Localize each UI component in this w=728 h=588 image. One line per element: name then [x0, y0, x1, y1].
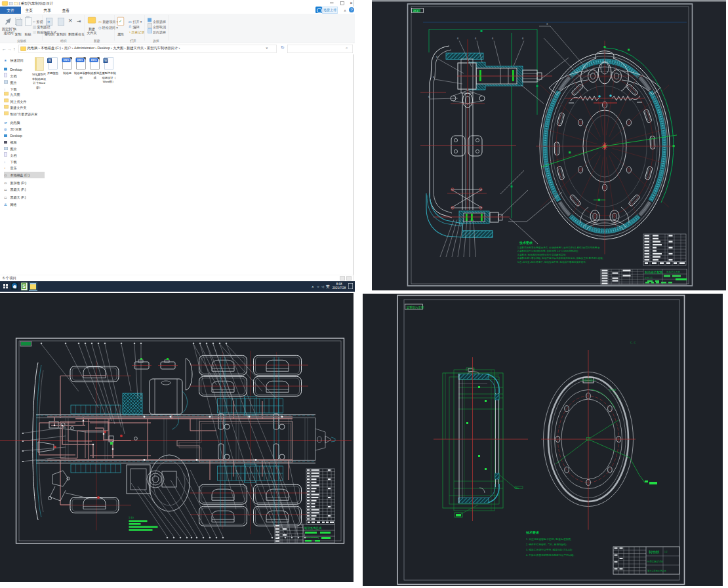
svg-text:4.装配后进行磨合试验, 制动平稳可靠无异常噪声后涂漆, 颜: 4.装配后进行磨合试验, 制动平稳可靠无异常噪声后涂漆, 颜色按主机 要求进行检… [517, 256, 603, 260]
svg-text:3. 精加工后进行动平衡, 精度G40 (T3+44);: 3. 精加工后进行动平衡, 精度G40 (T3+44); [526, 548, 573, 551]
svg-text:6: 6 [457, 37, 459, 40]
svg-text:1:2: 1:2 [664, 551, 668, 553]
svg-text:某重型汽车图: 某重型汽车图 [407, 305, 424, 309]
svg-text:5.在-40℃至+80℃环境下, 制动性能不变, 制动蹄片磨: 5.在-40℃至+80℃环境下, 制动性能不变, 制动蹄片磨损后及时更换; [517, 260, 586, 264]
svg-text:B向: B向 [516, 487, 519, 490]
svg-text:某大学车辆工程学院: 某大学车辆工程学院 [647, 570, 667, 572]
svg-text:3: 3 [546, 22, 548, 26]
svg-text:2.装配时蹄片与制动鼓间隙, 自由间隙 1.0~1.5mm调: 2.装配时蹄片与制动鼓间隙, 自由间隙 1.0~1.5mm调整到位; [517, 249, 578, 252]
svg-text:6: 6 [492, 37, 494, 40]
svg-text:JT-1: JT-1 [413, 9, 419, 12]
svg-text:制动系统总成: 制动系统总成 [304, 526, 322, 530]
svg-text:6: 6 [475, 37, 477, 40]
svg-text:1:10: 1:10 [129, 516, 134, 519]
svg-text:制动鼓: 制动鼓 [649, 550, 660, 554]
svg-text:6: 6 [522, 37, 524, 40]
svg-text:6: 6 [428, 95, 430, 98]
svg-text:1. 未注明铸造圆角半径R5, 制造标准按照;: 1. 未注明铸造圆角半径R5, 制造标准按照; [526, 538, 571, 541]
svg-text:2. 铸件不得有砂眼, 气孔, 夹渣等缺陷;: 2. 铸件不得有砂眼, 气孔, 夹渣等缺陷; [526, 543, 567, 546]
svg-text:比例 1:5: 比例 1:5 [645, 277, 653, 279]
svg-text:3.装配后, 制动器应制动灵敏无卡滞现象和异响;: 3.装配后, 制动器应制动灵敏无卡滞现象和异响; [517, 253, 566, 256]
svg-text:制动器装配图: 制动器装配图 [645, 271, 663, 275]
svg-text:球墨铸铁QT450: 球墨铸铁QT450 [647, 560, 663, 563]
svg-text:4. 不加工表面涂防锈漆后再进行动平衡试验.: 4. 不加工表面涂防锈漆后再进行动平衡试验. [526, 553, 575, 557]
svg-text:1.装配前所有零件用煤油清洗, 滚动轴承用汽油清洗并涂L-A: 1.装配前所有零件用煤油清洗, 滚动轴承用汽油清洗并涂L-AN15全损耗系统用油… [517, 246, 600, 249]
svg-text:技术要求: 技术要求 [519, 241, 533, 245]
svg-text:青岛理工大学: 青岛理工大学 [666, 270, 681, 273]
svg-text:8-Φ23: 8-Φ23 [609, 389, 616, 391]
svg-text:技术要求: 技术要求 [525, 530, 540, 535]
svg-text:C－C: C－C [630, 342, 636, 344]
